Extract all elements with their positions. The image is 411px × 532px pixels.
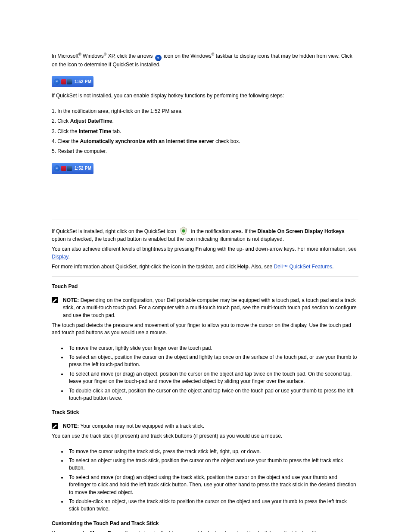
customize-heading: Customizing the Touch Pad and Track Stic… bbox=[52, 520, 358, 527]
step-4-post: check box. bbox=[214, 138, 240, 144]
chevron-left-circle-icon: « bbox=[155, 55, 162, 61]
touchpad-note: NOTE: Depending on the configuration, yo… bbox=[52, 297, 358, 319]
note-label-2: NOTE: bbox=[63, 423, 79, 429]
step-4: 4. Clear the Automatically synchronize w… bbox=[52, 138, 358, 145]
para-if-not-installed: If QuickSet is not installed, you can en… bbox=[52, 92, 358, 100]
more-pre: For more information about QuickSet, rig… bbox=[52, 264, 237, 270]
step-3: 3. Click the Internet Time tab. bbox=[52, 128, 358, 135]
note-label: NOTE: bbox=[63, 297, 79, 303]
intro-after-reg: XP, click the arrows bbox=[106, 53, 154, 59]
tray-status-icon-4 bbox=[67, 166, 72, 171]
horizontal-rule-1 bbox=[52, 220, 358, 220]
step-2: 2. Click Adjust Date/Time. bbox=[52, 118, 358, 125]
touchpad-bullet-2: To select an object, position the cursor… bbox=[66, 354, 358, 369]
registered-1: ® bbox=[78, 52, 81, 56]
note-icon bbox=[52, 297, 58, 303]
more-post2: . bbox=[332, 264, 333, 270]
quickset-post: option is checked, the touch pad button … bbox=[52, 236, 284, 242]
step-2-pre: 2. Click bbox=[52, 118, 70, 124]
touchpad-bullet-4: To double-click an object, position the … bbox=[66, 387, 358, 402]
customize-pre: You can use the bbox=[52, 530, 90, 532]
trackstick-bullet-4: To double-click an object, use the track… bbox=[66, 498, 358, 513]
trackstick-note-text: NOTE: Your computer may not be equipped … bbox=[63, 423, 204, 430]
step-3-pre: 3. Click the bbox=[52, 128, 79, 134]
more-post: . Also, see bbox=[249, 264, 274, 270]
touchpad-bullet-1: To move the cursor, lightly slide your f… bbox=[66, 345, 358, 352]
quickset-features-link[interactable]: Dell™ QuickSet Features bbox=[274, 264, 332, 270]
touchpad-para-1: The touch pad detects the pressure and m… bbox=[52, 322, 358, 337]
touchpad-heading: Touch Pad bbox=[52, 283, 358, 290]
trackstick-bullet-1: To move the cursor using the track stick… bbox=[66, 448, 358, 455]
display-link[interactable]: Display bbox=[52, 254, 68, 260]
customize-post: window to disable or re-enable the touch… bbox=[134, 530, 326, 532]
intro-paragraph: In Microsoft® Windows® XP, click the arr… bbox=[52, 52, 358, 68]
tray-status-icon-2 bbox=[67, 79, 72, 84]
also-pre: You can also achieve different levels of… bbox=[52, 246, 196, 252]
note-body: Depending on the configuration, your Del… bbox=[63, 297, 357, 318]
tray-status-icon-1 bbox=[61, 79, 66, 84]
note-icon-2 bbox=[52, 423, 58, 429]
trackstick-bullet-2: To select an object using the track stic… bbox=[66, 457, 358, 472]
step-5: 5. Restart the computer. bbox=[52, 148, 358, 155]
intro-mid: Windows bbox=[81, 53, 104, 59]
registered-3: ® bbox=[212, 52, 215, 56]
taskbar-tray-image-1: « 1:52 PM bbox=[52, 76, 93, 87]
quickset-icon bbox=[179, 226, 188, 236]
svg-point-0 bbox=[182, 229, 185, 232]
intro-after-chevron: icon on the Windows bbox=[162, 53, 212, 59]
quickset-bold: Disable On Screen Display Hotkeys bbox=[258, 228, 345, 234]
customize-heading-text: Customizing the Touch Pad and Track Stic… bbox=[52, 520, 159, 526]
tray-status-icon-3 bbox=[61, 166, 66, 171]
spacer bbox=[52, 179, 358, 214]
step-2-post: . bbox=[112, 118, 114, 124]
customize-bold: Mouse Properties bbox=[90, 530, 134, 532]
quickset-pre: If QuickSet is installed, right click on… bbox=[52, 228, 177, 234]
quickset-para: If QuickSet is installed, right click on… bbox=[52, 226, 358, 243]
step-4-pre: 4. Clear the bbox=[52, 138, 80, 144]
trackstick-bullet-3: To select and move (or drag) an object u… bbox=[66, 474, 358, 496]
also-mid: along with the up- and down-arrow keys. … bbox=[202, 246, 357, 252]
step-2-bold: Adjust Date/Time bbox=[70, 118, 112, 124]
trackstick-bullets: To move the cursor using the track stick… bbox=[66, 448, 358, 513]
more-bold: Help bbox=[237, 264, 249, 270]
step-1: 1. In the notification area, right-click… bbox=[52, 108, 358, 115]
step-3-bold: Internet Time bbox=[79, 128, 111, 134]
trackstick-heading-text: Track Stick bbox=[52, 409, 79, 415]
touchpad-note-text: NOTE: Depending on the configuration, yo… bbox=[63, 297, 358, 319]
also-para: You can also achieve different levels of… bbox=[52, 246, 358, 261]
trackstick-para-1: You can use the track stick (if present)… bbox=[52, 432, 358, 440]
step-3-post: tab. bbox=[111, 128, 121, 134]
tray-time-2: 1:52 PM bbox=[75, 165, 91, 172]
tray-chevron-icon: « bbox=[53, 78, 60, 85]
quickset-mid: in the notification area. If the bbox=[191, 228, 257, 234]
touchpad-bullet-3: To select and move (or drag) an object, … bbox=[66, 370, 358, 386]
horizontal-rule-2 bbox=[52, 277, 358, 277]
note-body-2: Your computer may not be equipped with a… bbox=[79, 423, 204, 429]
more-para: For more information about QuickSet, rig… bbox=[52, 263, 358, 271]
tray-time-1: 1:52 PM bbox=[75, 79, 91, 85]
trackstick-note: NOTE: Your computer may not be equipped … bbox=[52, 423, 358, 430]
taskbar-tray-image-2: « 1:52 PM bbox=[52, 163, 93, 174]
intro-prefix: In Microsoft bbox=[52, 53, 78, 59]
step-4-bold: Automatically synchronize with an Intern… bbox=[80, 138, 214, 144]
also-post: . bbox=[68, 254, 69, 260]
b3-post: pad and move the selected object by slid… bbox=[139, 378, 305, 384]
touchpad-heading-text: Touch Pad bbox=[52, 283, 78, 289]
trackstick-heading: Track Stick bbox=[52, 409, 358, 416]
also-bold: Fn bbox=[196, 246, 202, 252]
touchpad-bullets: To move the cursor, lightly slide your f… bbox=[66, 345, 358, 402]
b2-post: pad button. bbox=[114, 361, 140, 367]
tray-chevron-icon-2: « bbox=[53, 165, 60, 172]
customize-para: You can use the Mouse Properties window … bbox=[52, 530, 358, 532]
